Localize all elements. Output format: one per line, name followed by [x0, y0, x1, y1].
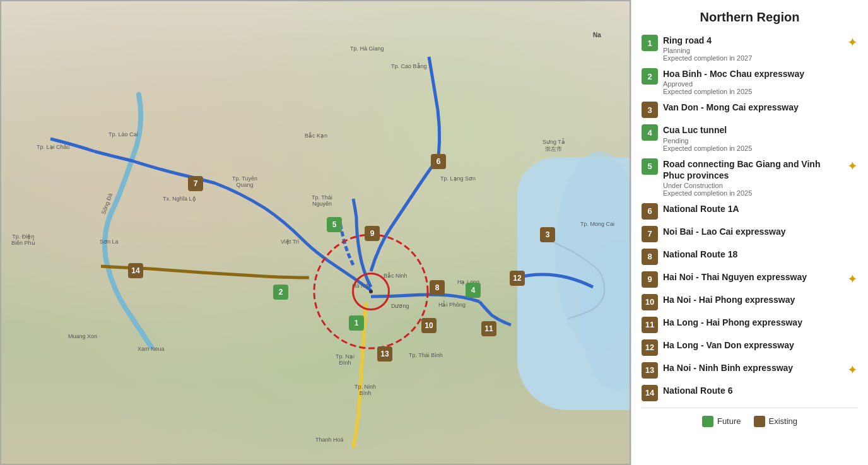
map-marker-14[interactable]: 14: [128, 263, 143, 278]
legend-text-12: Ha Long - Van Don expressway: [663, 339, 858, 351]
legend-text-8: National Route 18: [663, 249, 858, 260]
legend-num-6: 6: [642, 203, 658, 220]
legend-item-6: 6National Route 1A: [642, 203, 858, 220]
legend-name-5: Road connecting Bac Giang and Vinh Phuc …: [663, 158, 842, 181]
label-thai-nguyen: Tp. TháiNguyên: [312, 194, 332, 207]
label-thai-binh: Tp. Thái Bình: [409, 352, 443, 358]
legend-star-5: ✦: [847, 158, 858, 174]
legend-status-5: Under Construction: [663, 182, 842, 189]
map-marker-12[interactable]: 12: [510, 271, 525, 286]
existing-swatch: [754, 416, 765, 427]
map-marker-5[interactable]: 5: [327, 217, 342, 232]
map-marker-9[interactable]: 9: [365, 226, 380, 241]
existing-label: Existing: [769, 416, 798, 426]
legend-num-9: 9: [642, 271, 658, 288]
legend-item-2: 2Hoa Binh - Moc Chau expresswayApprovedE…: [642, 68, 858, 95]
label-bac-ninh: Bắc Ninh: [384, 273, 408, 279]
legend-title: Northern Region: [642, 10, 858, 25]
legend-star-9: ✦: [847, 271, 858, 286]
legend-name-10: Ha Noi - Hai Phong expressway: [663, 294, 858, 305]
map-marker-13[interactable]: 13: [377, 346, 392, 362]
legend-item-12: 12Ha Long - Van Don expressway: [642, 339, 858, 356]
legend-num-8: 8: [642, 249, 658, 265]
label-muang-xon: Muang Xon: [68, 333, 97, 339]
label-ninh-binh: Tp. NinhBình: [355, 384, 376, 396]
label-nai-dinh: Tp. NạiĐình: [336, 353, 355, 366]
legend-text-6: National Route 1A: [663, 203, 858, 215]
label-xam-neua: Xam Neua: [138, 346, 165, 352]
legend-item-13: 13Ha Noi - Ninh Binh expressway✦: [642, 362, 858, 379]
label-lang-son: Tp. Lạng Sơn: [440, 175, 476, 182]
future-label: Future: [717, 416, 741, 426]
label-lai-chau: Tp. Lại Châu: [37, 144, 70, 150]
legend-status-4: Pending: [663, 137, 858, 144]
legend-name-8: National Route 18: [663, 249, 858, 260]
legend-num-7: 7: [642, 226, 658, 242]
legend-completion-4: Expected completion in 2025: [663, 144, 858, 152]
legend-name-11: Ha Long - Hai Phong expressway: [663, 317, 858, 328]
map-marker-8[interactable]: 8: [430, 280, 445, 295]
legend-status-1: Planning: [663, 47, 842, 54]
legend-num-3: 3: [642, 102, 658, 118]
legend-name-13: Ha Noi - Ninh Binh expressway: [663, 362, 842, 374]
legend-text-11: Ha Long - Hai Phong expressway: [663, 317, 858, 328]
legend-text-10: Ha Noi - Hai Phong expressway: [663, 294, 858, 305]
legend-status-2: Approved: [663, 80, 858, 88]
legend-completion-1: Expected completion in 2027: [663, 54, 842, 62]
legend-num-13: 13: [642, 362, 658, 379]
legend-num-14: 14: [642, 385, 658, 401]
legend-num-11: 11: [642, 317, 658, 333]
legend-footer: Future Existing: [642, 416, 858, 427]
legend-text-2: Hoa Binh - Moc Chau expresswayApprovedEx…: [663, 68, 858, 95]
legend-name-9: Hai Noi - Thai Nguyen expressway: [663, 271, 842, 283]
label-tuyen-quang: Tp. TuyênQuang: [232, 175, 257, 188]
legend-name-1: Ring road 4: [663, 35, 842, 46]
map-marker-6[interactable]: 6: [431, 154, 446, 169]
label-nghia-lo: Tx. Nghĩa Lộ: [163, 196, 196, 202]
legend-existing: Existing: [754, 416, 798, 427]
legend-num-1: 1: [642, 35, 658, 51]
legend-item-10: 10Ha Noi - Hai Phong expressway: [642, 294, 858, 310]
label-son-la: Sơn La: [100, 238, 119, 245]
legend-item-5: 5Road connecting Bac Giang and Vinh Phuc…: [642, 158, 858, 197]
map-marker-4[interactable]: 4: [466, 283, 481, 298]
map-marker-1[interactable]: 1: [349, 315, 364, 331]
legend-num-10: 10: [642, 294, 658, 310]
legend-name-3: Van Don - Mong Cai expressway: [663, 102, 858, 113]
label-ha-giang: Tp. Hà Giang: [350, 45, 384, 52]
legend-item-8: 8National Route 18: [642, 249, 858, 265]
label-dien-bien: Tp. ĐiệnBiên Phủ: [11, 233, 35, 246]
future-swatch: [702, 416, 713, 427]
legend-divider: [642, 408, 858, 408]
map-marker-3[interactable]: 3: [540, 227, 555, 242]
map-marker-10[interactable]: 10: [421, 318, 437, 333]
legend-name-2: Hoa Binh - Moc Chau expressway: [663, 68, 858, 79]
legend-item-9: 9Hai Noi - Thai Nguyen expressway✦: [642, 271, 858, 288]
legend-text-4: Cua Luc tunnelPendingExpected completion…: [663, 124, 858, 151]
label-bac-kan: Bắc Kạn: [305, 132, 327, 139]
map-marker-2[interactable]: 2: [273, 285, 288, 300]
legend-text-5: Road connecting Bac Giang and Vinh Phuc …: [663, 158, 842, 197]
label-mong-cai: Tp. Mong Cai: [580, 221, 614, 227]
legend-star-13: ✦: [847, 362, 858, 377]
label-viet-tri: Việt Trì: [281, 238, 299, 245]
map-marker-11[interactable]: 11: [481, 321, 496, 336]
legend-num-4: 4: [642, 124, 658, 141]
legend-text-14: National Route 6: [663, 385, 858, 396]
legend-text-7: Noi Bai - Lao Cai expressway: [663, 226, 858, 237]
legend-star-1: ✦: [847, 35, 858, 50]
label-na: Na: [593, 32, 601, 38]
map-roads-svg: [0, 0, 631, 465]
label-thanh-hoa: Thanh Hoá: [315, 437, 344, 443]
legend-text-9: Hai Noi - Thai Nguyen expressway: [663, 271, 842, 283]
map-marker-7[interactable]: 7: [188, 176, 203, 191]
legend-item-7: 7Noi Bai - Lao Cai expressway: [642, 226, 858, 242]
legend-num-5: 5: [642, 158, 658, 175]
label-duong: Dương: [391, 303, 409, 309]
legend-name-4: Cua Luc tunnel: [663, 124, 858, 136]
legend-name-14: National Route 6: [663, 385, 858, 396]
legend-item-1: 1Ring road 4PlanningExpected completion …: [642, 35, 858, 62]
legend-completion-5: Expected completion in 2025: [663, 189, 842, 197]
legend-num-2: 2: [642, 68, 658, 85]
legend-items-container: 1Ring road 4PlanningExpected completion …: [642, 35, 858, 401]
